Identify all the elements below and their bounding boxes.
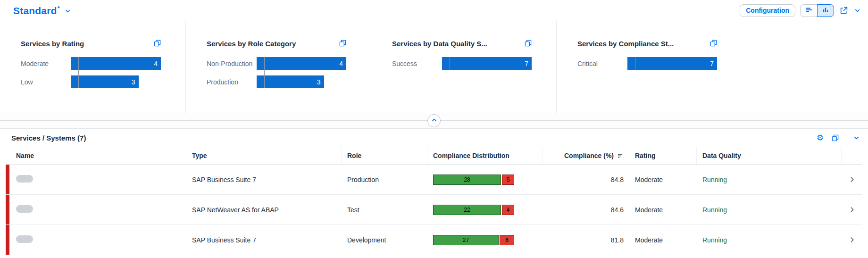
column-header-rating[interactable]: Rating xyxy=(629,147,697,164)
horizontal-bars-icon xyxy=(806,7,812,15)
chart-bar-row: Non-Production 4 xyxy=(207,57,346,70)
chart-bar-row: Success 7 xyxy=(392,57,532,70)
category-label: Critical xyxy=(577,60,627,67)
table-toolbar: Services / Systems (7) ⚙ xyxy=(0,129,868,147)
copy-chart-icon[interactable] xyxy=(525,40,532,47)
chevron-right-icon[interactable] xyxy=(842,236,862,243)
services-table-panel: Services / Systems (7) ⚙ Name Type Role … xyxy=(0,128,868,255)
bar-value: 7 xyxy=(525,60,528,67)
bar-value: 3 xyxy=(317,78,321,86)
critical-stripe xyxy=(6,165,9,194)
rating-cell: Moderate xyxy=(629,236,697,244)
noncompliant-segment: 6 xyxy=(500,235,514,245)
column-header-data-quality[interactable]: Data Quality xyxy=(697,147,842,164)
column-header-compliance-pct[interactable]: Compliance (%) xyxy=(542,147,629,164)
chevron-down-icon[interactable] xyxy=(65,8,71,14)
chevron-right-icon[interactable] xyxy=(842,206,862,213)
compliance-pct-cell: 84.6 xyxy=(542,206,629,214)
redacted-name xyxy=(16,175,33,183)
bar-value: 4 xyxy=(339,60,343,67)
compliant-segment: 27 xyxy=(433,235,499,245)
noncompliant-segment: 5 xyxy=(502,175,514,185)
chart-card-role-category: Services by Role Category Non-Production… xyxy=(185,21,371,113)
bar-non-production[interactable]: 4 xyxy=(257,57,346,70)
variant-title-group[interactable]: Standard* xyxy=(13,5,71,17)
export-icon[interactable] xyxy=(839,6,849,16)
sort-icon[interactable] xyxy=(617,153,623,159)
vertical-bars-view-button[interactable] xyxy=(817,4,834,17)
compliance-distribution-cell: 28 5 xyxy=(427,175,542,185)
bar-value: 7 xyxy=(710,60,714,67)
rating-cell: Moderate xyxy=(629,176,697,183)
type-cell: SAP Business Suite 7 xyxy=(186,176,342,183)
chevron-down-icon[interactable] xyxy=(853,7,861,15)
collapse-charts-button[interactable] xyxy=(427,114,441,127)
chevron-up-icon xyxy=(431,117,437,125)
type-cell: SAP NetWeaver AS for ABAP xyxy=(186,206,342,214)
chart-bar-row: Critical 7 xyxy=(577,57,717,70)
table-actions: ⚙ xyxy=(816,133,860,143)
header-actions: Configuration xyxy=(740,4,861,17)
column-header-role[interactable]: Role xyxy=(342,147,427,164)
name-cell xyxy=(10,235,186,244)
bar-value: 4 xyxy=(154,60,158,67)
category-label: Low xyxy=(21,78,71,86)
table-title: Services / Systems (7) xyxy=(11,134,86,142)
distribution-bar: 28 5 xyxy=(433,175,514,185)
chart-bar-row: Moderate 4 xyxy=(21,57,161,70)
chevron-right-icon[interactable] xyxy=(842,176,862,183)
collapse-band xyxy=(0,113,868,128)
column-header-compliance-distribution[interactable]: Compliance Distribution xyxy=(427,147,542,164)
redacted-name xyxy=(16,235,33,243)
rating-cell: Moderate xyxy=(629,206,697,214)
compliance-distribution-cell: 22 4 xyxy=(427,205,542,215)
compliance-distribution-cell: 27 6 xyxy=(427,235,542,245)
chart-title: Services by Compliance St... xyxy=(577,40,674,48)
column-header-name[interactable]: Name xyxy=(10,147,186,164)
variant-name: Standard xyxy=(13,5,57,16)
bar-value: 3 xyxy=(132,78,135,86)
vertical-bars-icon xyxy=(822,7,829,15)
chart-title: Services by Rating xyxy=(21,40,84,48)
bar-success[interactable]: 7 xyxy=(442,57,532,70)
bar-low[interactable]: 3 xyxy=(71,75,139,88)
table-header-row: Name Type Role Compliance Distribution C… xyxy=(6,147,862,165)
data-quality-cell: Running xyxy=(697,206,842,214)
name-cell xyxy=(10,205,186,214)
chevron-down-icon[interactable] xyxy=(852,134,860,142)
horizontal-bars-view-button[interactable] xyxy=(800,4,817,17)
bar-moderate[interactable]: 4 xyxy=(71,57,161,70)
configuration-button[interactable]: Configuration xyxy=(740,4,795,17)
divider xyxy=(846,134,846,141)
chart-bar-row: Production 3 xyxy=(207,75,346,88)
distribution-bar: 27 6 xyxy=(433,235,514,245)
chart-bar-row: Low 3 xyxy=(21,75,161,88)
redacted-name xyxy=(16,205,33,213)
copy-chart-icon[interactable] xyxy=(154,40,161,47)
column-header-type[interactable]: Type xyxy=(186,147,342,164)
compliant-segment: 22 xyxy=(433,205,501,215)
bar-critical[interactable]: 7 xyxy=(627,57,717,70)
chart-strip: Services by Rating Moderate 4 Low 3 Serv… xyxy=(0,21,742,113)
table-row[interactable]: SAP Business Suite 7 Production 28 5 84.… xyxy=(6,165,862,195)
settings-gear-icon[interactable]: ⚙ xyxy=(816,133,825,143)
data-quality-cell: Running xyxy=(697,176,842,183)
copy-table-icon[interactable] xyxy=(831,133,840,142)
role-cell: Development xyxy=(342,236,427,244)
category-label: Non-Production xyxy=(207,60,257,67)
table-row[interactable]: SAP NetWeaver AS for ABAP Test 22 4 84.6… xyxy=(6,195,862,225)
role-cell: Production xyxy=(342,176,427,183)
type-cell: SAP Business Suite 7 xyxy=(186,236,342,244)
page-title[interactable]: Standard* xyxy=(13,5,60,17)
copy-chart-icon[interactable] xyxy=(339,40,346,47)
critical-stripe xyxy=(6,195,9,225)
chart-card-data-quality: Services by Data Quality S... Success 7 xyxy=(371,21,556,113)
copy-chart-icon[interactable] xyxy=(710,40,717,47)
chart-title: Services by Role Category xyxy=(207,40,296,48)
compliance-pct-cell: 81.8 xyxy=(542,236,629,244)
modified-marker: * xyxy=(58,5,60,12)
category-label: Success xyxy=(392,60,442,67)
bar-production[interactable]: 3 xyxy=(257,75,324,88)
table-row[interactable]: SAP Business Suite 7 Development 27 6 81… xyxy=(6,225,862,255)
noncompliant-segment: 4 xyxy=(502,205,514,215)
